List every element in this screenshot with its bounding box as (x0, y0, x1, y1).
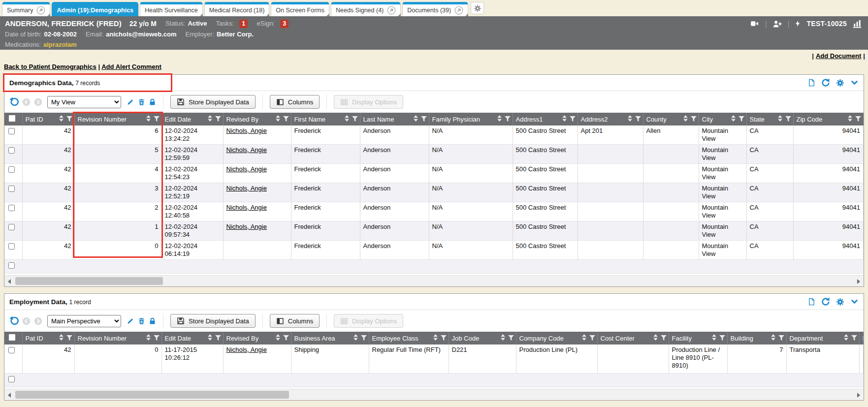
column-header-cost-center[interactable]: Cost Center (597, 332, 669, 344)
column-label[interactable]: Edit Date (165, 116, 191, 123)
column-header-building[interactable]: Building (727, 332, 786, 344)
tab-documents-39[interactable]: Documents (39) (402, 2, 468, 16)
column-header-revision-number[interactable]: Revision Number (74, 332, 161, 344)
store-displayed-data-button[interactable]: Store Displayed Data (170, 95, 256, 109)
column-header-pat-id[interactable]: Pat ID (22, 113, 74, 125)
tab-settings-gear-button[interactable] (471, 2, 484, 14)
scroll-right-arrow[interactable] (857, 279, 860, 284)
esign-badge[interactable]: 3 (280, 20, 289, 28)
row-checkbox[interactable] (8, 224, 15, 230)
column-header-department[interactable]: Department (786, 332, 859, 344)
trash-icon[interactable] (138, 317, 145, 325)
sort-icon[interactable] (712, 334, 716, 342)
filter-funnel-icon[interactable] (739, 116, 744, 123)
sort-icon[interactable] (414, 115, 418, 123)
row-checkbox[interactable] (8, 205, 15, 211)
filter-funnel-icon[interactable] (66, 116, 72, 123)
column-label[interactable]: Job Code (452, 335, 480, 342)
tab-health-surveillance[interactable]: Health Surveillance (140, 2, 203, 16)
gear-icon[interactable] (836, 79, 844, 87)
sort-icon[interactable] (731, 115, 736, 123)
sort-icon[interactable] (501, 334, 505, 342)
column-header-job-code[interactable]: Job Code (449, 332, 516, 344)
sort-icon[interactable] (276, 115, 280, 123)
gear-icon[interactable] (836, 298, 844, 306)
add-document-link[interactable]: Add Document (816, 52, 861, 60)
trash-icon[interactable] (138, 98, 145, 106)
column-header-employee-class[interactable]: Employee Class (369, 332, 449, 344)
filter-funnel-icon[interactable] (691, 116, 697, 123)
back-to-patient-demographics-link[interactable]: Back to Patient Demographics (4, 63, 96, 70)
column-label[interactable]: Revised By (226, 335, 259, 342)
column-label[interactable]: Last Name (363, 116, 394, 123)
tab-summary[interactable]: Summary (2, 2, 50, 16)
sort-icon[interactable] (354, 334, 358, 342)
sort-icon[interactable] (433, 334, 438, 342)
column-label[interactable]: Edit Date (165, 335, 191, 342)
edit-pencil-icon[interactable] (126, 317, 134, 325)
scrollbar-thumb[interactable] (15, 391, 289, 399)
scrollbar-thumb[interactable] (15, 277, 163, 285)
tab-admin-19-demographics[interactable]: Admin (19):Demographics (52, 2, 138, 16)
sort-icon[interactable] (208, 115, 212, 123)
scroll-left-arrow[interactable] (8, 393, 11, 398)
filter-funnel-icon[interactable] (66, 335, 72, 342)
add-alert-comment-link[interactable]: Add Alert Comment (101, 63, 161, 70)
sort-icon[interactable] (59, 115, 64, 123)
new-document-icon[interactable] (808, 297, 815, 306)
select-all-header[interactable] (4, 113, 22, 125)
filter-funnel-icon[interactable] (352, 116, 358, 123)
sort-icon[interactable] (497, 115, 502, 123)
column-label[interactable]: Facility (672, 335, 692, 342)
filter-funnel-icon[interactable] (508, 335, 514, 342)
lock-icon[interactable] (149, 317, 156, 325)
revised-by-link[interactable]: Nichols, Angie (226, 146, 267, 154)
filter-funnel-icon[interactable] (851, 335, 857, 342)
column-header-pat-id[interactable]: Pat ID (22, 332, 74, 344)
sort-icon[interactable] (653, 334, 658, 342)
column-header-last-name[interactable]: Last Name (360, 113, 429, 125)
sort-icon[interactable] (844, 334, 848, 342)
edit-pencil-icon[interactable] (126, 98, 134, 106)
column-label[interactable]: Revised By (226, 116, 259, 123)
sort-icon[interactable] (582, 334, 586, 342)
column-header-edit-date[interactable]: Edit Date (161, 332, 223, 344)
column-header-revised-by[interactable]: Revised By (223, 332, 291, 344)
column-header-city[interactable]: City (699, 113, 746, 125)
filter-funnel-icon[interactable] (505, 116, 511, 123)
column-label[interactable]: City (702, 116, 713, 123)
row-checkbox[interactable] (8, 347, 15, 353)
tasks-badge[interactable]: 1 (239, 20, 248, 28)
chevron-down-icon[interactable] (850, 298, 859, 306)
column-label[interactable]: Cost Center (601, 335, 635, 342)
video-camera-icon[interactable] (749, 20, 760, 28)
filter-funnel-icon[interactable] (215, 335, 221, 342)
filter-funnel-icon[interactable] (361, 335, 367, 342)
column-header-state[interactable]: State (746, 113, 793, 125)
sort-icon[interactable] (276, 334, 280, 342)
column-header-revision-number[interactable]: Revision Number (74, 113, 161, 125)
column-label[interactable]: Revision Number (78, 116, 127, 123)
column-header-truncated[interactable]: H (859, 332, 864, 344)
tab-on-screen-forms[interactable]: On Screen Forms (271, 2, 329, 16)
sort-icon[interactable] (562, 115, 567, 123)
column-header-first-name[interactable]: First Name (291, 113, 360, 125)
popout-icon[interactable] (387, 6, 396, 15)
filter-funnel-icon[interactable] (719, 335, 725, 342)
revised-by-link[interactable]: Nichols, Angie (226, 165, 267, 173)
filter-funnel-icon[interactable] (421, 116, 427, 123)
row-checkbox[interactable] (8, 262, 15, 269)
column-label[interactable]: Address1 (516, 116, 543, 123)
chevron-down-icon[interactable] (850, 79, 859, 87)
row-checkbox[interactable] (8, 147, 15, 154)
row-checkbox[interactable] (8, 128, 15, 134)
row-checkbox[interactable] (8, 166, 15, 173)
filter-funnel-icon[interactable] (570, 116, 576, 123)
column-label[interactable]: Company Code (519, 335, 564, 342)
filter-funnel-icon[interactable] (215, 116, 221, 123)
person-add-icon[interactable] (772, 20, 782, 28)
column-header-facility[interactable]: Facility (669, 332, 727, 344)
column-label[interactable]: County (646, 116, 667, 123)
row-checkbox[interactable] (8, 186, 15, 192)
columns-button[interactable]: Columns (270, 95, 320, 109)
